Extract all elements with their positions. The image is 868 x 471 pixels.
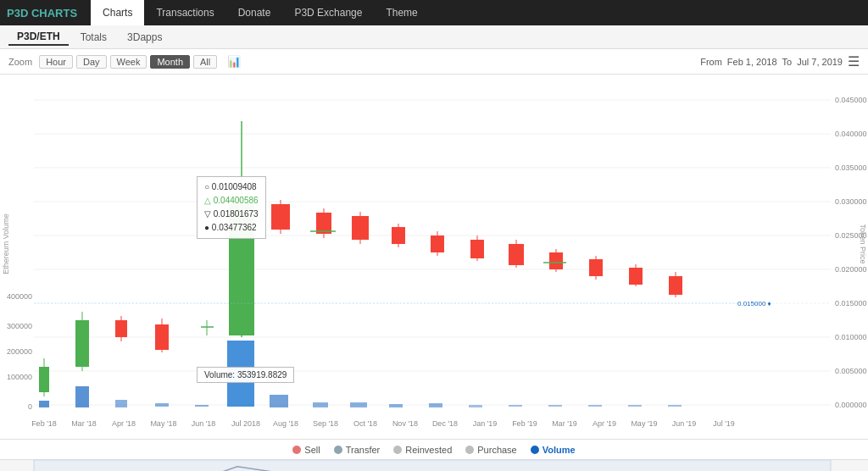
- svg-text:Jul '19: Jul '19: [713, 419, 735, 428]
- from-label: From: [700, 57, 722, 67]
- svg-text:0.035000 $: 0.035000 $: [835, 163, 868, 172]
- svg-text:0.045000 $: 0.045000 $: [835, 96, 868, 104]
- zoom-all[interactable]: All: [193, 55, 217, 69]
- svg-rect-88: [227, 341, 254, 407]
- svg-text:Apr '19: Apr '19: [593, 419, 616, 428]
- svg-text:Token Price: Token Price: [859, 224, 867, 263]
- brand-logo: P3D CHARTS: [7, 7, 77, 19]
- mini-navigator[interactable]: Mar '18 Apr '18 Aug '18 Nov '18 Feb '19 …: [0, 459, 868, 471]
- zoom-day[interactable]: Day: [76, 55, 107, 69]
- svg-text:Aug '18: Aug '18: [273, 419, 298, 428]
- legend-volume-dot: [531, 446, 539, 454]
- svg-text:Sep '18: Sep '18: [313, 419, 338, 428]
- svg-rect-93: [429, 403, 442, 407]
- svg-text:Jun '19: Jun '19: [672, 419, 697, 428]
- svg-text:Mar '18: Mar '18: [71, 419, 97, 428]
- legend-transfer-dot: [334, 446, 342, 454]
- svg-rect-98: [628, 405, 642, 407]
- svg-rect-92: [389, 404, 403, 407]
- svg-text:0.010000 $: 0.010000 $: [835, 333, 868, 341]
- chart-legend: Sell Transfer Reinvested Purchase Volume: [0, 439, 868, 459]
- svg-text:0.030000 $: 0.030000 $: [835, 197, 868, 206]
- menu-icon[interactable]: ☰: [848, 53, 860, 69]
- brand-name: CHARTS: [28, 7, 77, 19]
- svg-rect-99: [668, 405, 682, 407]
- svg-text:Ethereum Volume: Ethereum Volume: [2, 213, 10, 274]
- legend-volume: Volume: [531, 445, 576, 455]
- mini-chart-svg: Mar '18 Apr '18 Aug '18 Nov '18 Feb '19 …: [0, 460, 868, 471]
- nav-item-donate[interactable]: Donate: [226, 0, 283, 25]
- svg-text:Mar '19: Mar '19: [552, 419, 577, 428]
- svg-text:100000: 100000: [7, 373, 32, 381]
- svg-text:300000: 300000: [7, 322, 32, 330]
- sub-navigation: P3D/ETH Totals 3Dapps: [0, 25, 868, 49]
- svg-text:200000: 200000: [7, 347, 32, 356]
- svg-rect-96: [548, 405, 562, 407]
- svg-rect-91: [350, 402, 367, 407]
- svg-text:0.040000 $: 0.040000 $: [835, 130, 868, 138]
- legend-transfer-label: Transfer: [346, 445, 381, 455]
- svg-text:0.015000 $: 0.015000 $: [835, 299, 868, 308]
- legend-reinvested: Reinvested: [393, 445, 452, 455]
- svg-text:Feb '19: Feb '19: [512, 419, 537, 428]
- svg-rect-83: [39, 401, 49, 407]
- top-nav-tabs: Charts Transactions Donate P3D Exchange …: [91, 0, 430, 25]
- svg-rect-86: [155, 403, 169, 407]
- nav-item-charts[interactable]: Charts: [91, 0, 144, 25]
- sub-item-totals[interactable]: Totals: [72, 30, 115, 45]
- svg-text:Jul 2018: Jul 2018: [231, 419, 260, 428]
- svg-rect-84: [75, 386, 89, 407]
- svg-text:Apr '18: Apr '18: [112, 419, 136, 428]
- svg-text:0.005000 $: 0.005000 $: [835, 367, 868, 375]
- chart-area: 0.045000 $ 0.040000 $ 0.035000 $ 0.03000…: [0, 75, 868, 439]
- svg-rect-94: [469, 405, 482, 407]
- nav-item-transactions[interactable]: Transactions: [144, 0, 225, 25]
- svg-rect-87: [195, 405, 209, 407]
- svg-rect-101: [34, 460, 831, 471]
- svg-text:0: 0: [28, 402, 32, 411]
- zoom-controls: Zoom Hour Day Week Month All 📊: [8, 55, 241, 69]
- legend-purchase-label: Purchase: [477, 445, 516, 455]
- svg-rect-90: [313, 402, 328, 407]
- svg-text:400000: 400000: [7, 292, 32, 301]
- sub-item-p3deth[interactable]: P3D/ETH: [8, 29, 69, 46]
- legend-reinvested-label: Reinvested: [405, 445, 452, 455]
- date-range: From Feb 1, 2018 To Jul 7, 2019 ☰: [700, 53, 860, 69]
- zoom-hour[interactable]: Hour: [39, 55, 73, 69]
- svg-rect-85: [115, 400, 127, 407]
- zoom-week[interactable]: Week: [110, 55, 147, 69]
- legend-transfer: Transfer: [334, 445, 381, 455]
- svg-text:Dec '18: Dec '18: [432, 419, 458, 428]
- main-chart-svg: 0.045000 $ 0.040000 $ 0.035000 $ 0.03000…: [0, 75, 868, 439]
- svg-text:Jan '19: Jan '19: [473, 419, 498, 428]
- to-label: To: [782, 57, 793, 67]
- legend-purchase-dot: [465, 446, 474, 454]
- nav-item-theme[interactable]: Theme: [374, 0, 429, 25]
- svg-text:Feb '18: Feb '18: [31, 419, 57, 428]
- svg-rect-95: [509, 405, 522, 407]
- top-navigation: P3D CHARTS Charts Transactions Donate P3…: [0, 0, 868, 25]
- chart-type-icon[interactable]: 📊: [227, 55, 241, 68]
- svg-text:May '18: May '18: [150, 419, 176, 428]
- zoom-month[interactable]: Month: [150, 55, 190, 69]
- to-date: Jul 7, 2019: [797, 57, 843, 67]
- legend-sell-label: Sell: [304, 445, 320, 455]
- svg-text:0.000000 $: 0.000000 $: [835, 401, 868, 409]
- zoom-label: Zoom: [8, 57, 32, 67]
- svg-text:0.015000 ♦: 0.015000 ♦: [737, 300, 771, 308]
- svg-text:Oct '18: Oct '18: [353, 419, 377, 428]
- svg-text:0.020000 $: 0.020000 $: [835, 265, 868, 274]
- legend-sell: Sell: [292, 445, 320, 455]
- sub-item-3dapps[interactable]: 3Dapps: [119, 30, 170, 45]
- legend-purchase: Purchase: [465, 445, 516, 455]
- nav-item-exchange[interactable]: P3D Exchange: [282, 0, 374, 25]
- svg-text:Jun '18: Jun '18: [192, 419, 216, 428]
- legend-sell-dot: [292, 446, 301, 454]
- from-date: Feb 1, 2018: [727, 57, 777, 67]
- svg-rect-97: [588, 405, 602, 407]
- svg-text:May '19: May '19: [631, 419, 657, 428]
- legend-reinvested-dot: [393, 446, 402, 454]
- svg-rect-89: [270, 395, 288, 407]
- legend-volume-label: Volume: [542, 445, 576, 455]
- chart-toolbar: Zoom Hour Day Week Month All 📊 From Feb …: [0, 49, 868, 75]
